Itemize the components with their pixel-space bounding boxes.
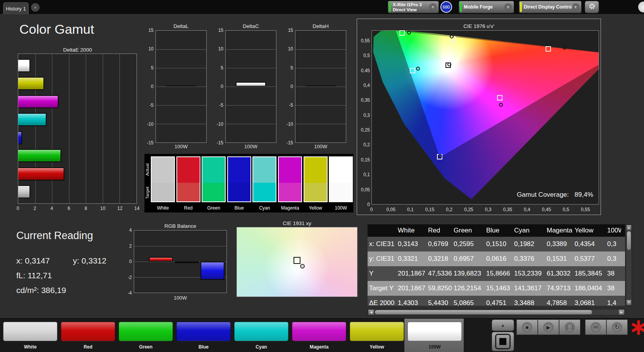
cie-y-tick: 0,3 (363, 113, 370, 118)
cell: 0,3321 (396, 251, 426, 266)
target-marker-magenta (497, 95, 502, 101)
cell: 0,1982 (513, 237, 545, 251)
target-marker-red (546, 46, 551, 52)
cell: 3,0681 (573, 296, 606, 306)
cell: 0,6957 (452, 251, 485, 266)
source-dropdown[interactable]: Mobile Forge ▼ (459, 1, 514, 13)
h-scroll-thumb[interactable] (375, 310, 592, 314)
gamut-coverage-value: 89,4% (575, 191, 593, 198)
triangle-up-icon: ▲ (501, 323, 505, 328)
table-row: y: CIE310,33210,32180,69570,06160,33760,… (368, 251, 625, 266)
deltal-chart (155, 30, 207, 143)
deltaC-tick: 0 (221, 84, 223, 89)
measured-marker-cyan (416, 67, 420, 71)
column-header-Blue: Blue (485, 224, 513, 237)
patch-yellow[interactable] (350, 322, 404, 341)
cell: 126,2154 (452, 281, 485, 296)
cell: 61,3032 (545, 266, 573, 281)
deltal-chart-title: DeltaL (173, 23, 188, 29)
step-range-icon: [↔] (565, 322, 575, 333)
swatch-label: Magenta (281, 205, 299, 211)
workflow-status-bar (520, 2, 522, 12)
table-vertical-scrollbar[interactable]: ▲ ▼ (626, 224, 632, 306)
cie-x-tick: 0,4 (524, 207, 530, 212)
cell: 15,1463 (485, 281, 513, 296)
deltac-chart-title: DeltaC (243, 23, 259, 29)
scroll-up-icon[interactable]: ▲ (627, 225, 631, 230)
deltae-tick: 8 (85, 206, 87, 211)
expand-panel-button[interactable]: ▲ (492, 319, 514, 331)
swatch-label: Blue (235, 205, 244, 211)
stop-button[interactable]: ■ (516, 319, 538, 335)
rgb-tick: 4 (129, 227, 132, 233)
cie-y-tick: 0,45 (361, 68, 370, 73)
deltaL-tick: 0 (151, 84, 154, 89)
continuous-button[interactable]: ∞ (585, 319, 606, 335)
plus-icon: + (34, 4, 37, 10)
cie-y-tick: 0,05 (361, 187, 370, 192)
deltae-tick: 4 (50, 206, 53, 211)
deltae-x-axis: 02468101214 (18, 206, 137, 212)
workflow-label: Direct Display Control (524, 1, 573, 13)
rgb-balance-x-label: 100W (174, 295, 187, 301)
deltae-bar-red (18, 167, 64, 180)
deltae-bar-green (18, 149, 61, 162)
rgb-bar-green (175, 262, 199, 263)
swatch-label: 100W (335, 205, 347, 211)
gear-icon (588, 2, 596, 12)
row-label: Y (368, 266, 396, 281)
cie-y-tick: 0,55 (361, 38, 370, 43)
cell: 0,3 (606, 251, 621, 266)
patch-100w[interactable] (407, 322, 462, 341)
rgb-tick: -4 (128, 290, 132, 296)
patch-cyan[interactable] (234, 322, 288, 341)
single-measure-button[interactable] (492, 332, 514, 351)
tab-history-1[interactable]: History 1 (3, 2, 29, 14)
cell: 74,9713 (545, 281, 573, 296)
cell: 38 (606, 281, 621, 296)
reading-y: y: 0,3312 (73, 256, 106, 265)
rgb-balance-title: RGB Balance (164, 223, 196, 229)
patch-green[interactable] (119, 322, 173, 341)
table-row: Target Y201,186759,8250126,215415,146314… (368, 281, 625, 296)
play-button[interactable]: ▶ (538, 319, 559, 335)
patch-label: Red (84, 344, 93, 350)
deltae-tick: 2 (34, 206, 36, 211)
add-tab-button[interactable]: + (31, 3, 40, 12)
deltae-bar-blue (18, 131, 22, 144)
cell: 4,7858 (545, 296, 573, 306)
patch-white[interactable] (3, 322, 57, 341)
deltac-y-axis: 151050-5-10-15 (213, 30, 223, 143)
gamut-coverage-label: Gamut Coverage: (517, 191, 569, 198)
patch-red[interactable] (61, 322, 115, 341)
infinity-icon: ∞ (590, 322, 601, 333)
scroll-left-icon[interactable]: ◀ (368, 310, 374, 315)
scroll-right-icon[interactable]: ▶ (619, 310, 624, 315)
table-horizontal-scrollbar[interactable]: ◀ ▶ (368, 309, 625, 316)
v-scroll-thumb[interactable] (627, 231, 631, 250)
deltae-bar-cyan (18, 113, 47, 126)
play-icon: ▶ (543, 322, 554, 333)
table-row: Y201,186747,5336139,682315,8666153,23396… (368, 266, 625, 281)
deltaC-tick: 15 (218, 28, 223, 33)
deltah-chart (295, 30, 346, 143)
meter-dropdown[interactable]: X-Rite i1Pro 3Direct View ▼ (388, 1, 439, 13)
meter-badge[interactable]: 680 (440, 1, 452, 13)
column-header-Yellow: Yellow (573, 224, 606, 237)
corner-round-button[interactable] (638, 2, 644, 12)
table-row: ΔE 20001,43035,44305,08650,47513,34884,7… (368, 296, 625, 306)
scroll-down-icon[interactable]: ▼ (627, 300, 631, 305)
cell: 201,1867 (396, 281, 426, 296)
target-marker-green (399, 30, 405, 36)
workflow-dropdown[interactable]: Direct Display Control ▼ (519, 1, 582, 13)
settings-button[interactable] (585, 1, 599, 13)
cell: 0,3 (606, 237, 621, 251)
patch-blue[interactable] (176, 322, 231, 341)
cell: 5,0865 (452, 296, 485, 306)
app-window: History 1 + X-Rite i1Pro 3Direct View ▼ … (0, 0, 644, 352)
refresh-button[interactable]: ↻ (606, 319, 628, 335)
top-bar: History 1 + X-Rite i1Pro 3Direct View ▼ … (0, 0, 644, 14)
table-body: x: CIE310,31430,67690,25950,15100,19820,… (368, 237, 625, 306)
patch-magenta[interactable] (292, 322, 346, 341)
single-step-button[interactable]: [↔] (559, 319, 580, 335)
